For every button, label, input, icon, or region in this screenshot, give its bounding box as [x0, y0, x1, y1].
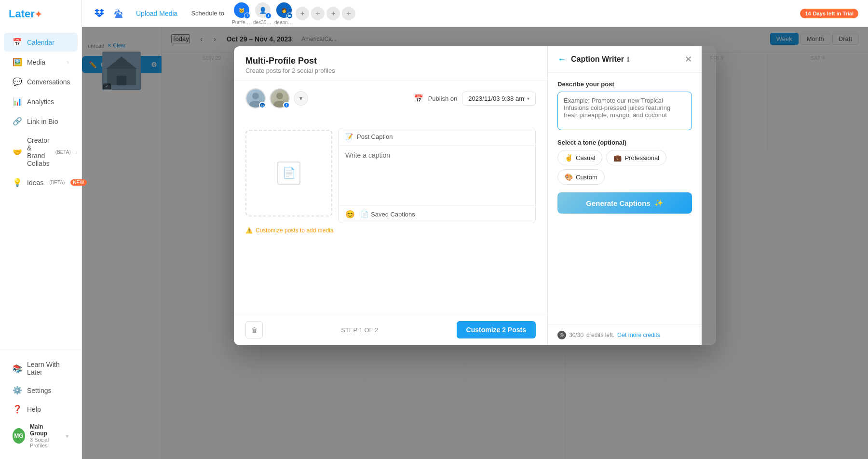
avatar-des35040[interactable]: 👤 f des35040... — [253, 1, 272, 25]
header-right: 14 Days left in Trial — [800, 9, 858, 18]
ideas-icon: 💡 — [13, 178, 22, 187]
warning-text: Customize posts to add media — [256, 227, 333, 234]
profile-sub: 3 Social Profiles — [30, 437, 61, 448]
modal-profile-1[interactable]: in — [245, 88, 266, 108]
sidebar-logo: Later✦ — [0, 0, 81, 28]
customize-posts-button[interactable]: Customize 2 Posts — [457, 321, 536, 338]
schedule-to-label: Schedule to — [191, 10, 224, 17]
caption-writer-header: ← Caption Writer ℹ ✕ — [548, 46, 702, 73]
main-content: ✏️ Create Post ⚙ unread ✕ Clear — [82, 27, 868, 459]
generate-captions-button[interactable]: Generate Captions ✨ — [557, 192, 692, 214]
link-icon: 🔗 — [13, 117, 22, 126]
tone-custom-button[interactable]: 🎨 Custom — [557, 169, 605, 185]
gdrive-icon[interactable] — [111, 6, 126, 21]
sidebar-item-label: Creator & Brand Collabs — [27, 136, 50, 167]
add-profile-button-3[interactable]: + — [326, 7, 340, 20]
settings-icon: ⚙️ — [13, 386, 22, 395]
add-profile-button-2[interactable]: + — [311, 7, 325, 20]
facebook-badge: f — [283, 102, 290, 108]
saved-captions-button[interactable]: 📄 Saved Captions — [361, 211, 415, 218]
calendar-small-icon: 📅 — [414, 94, 423, 103]
emoji-icon[interactable]: 😊 — [345, 210, 355, 219]
avatar-purrfect-label: Purrfect... — [232, 20, 251, 25]
add-profile-button-1[interactable]: + — [296, 7, 309, 20]
sidebar-item-learn[interactable]: 📚 Learn With Later — [4, 356, 78, 381]
sidebar-item-label: Link in Bio — [27, 118, 58, 125]
sidebar-profile[interactable]: MG Main Group 3 Social Profiles ▾ — [4, 418, 78, 453]
fb-badge: f — [244, 13, 250, 19]
caption-writer-body: Describe your post Select a tone (option… — [548, 73, 702, 324]
sidebar-item-analytics[interactable]: 📊 Analytics — [4, 92, 78, 111]
trial-label: Days left in Trial — [813, 11, 854, 16]
sidebar-item-label: Ideas — [27, 179, 43, 187]
tone-casual-button[interactable]: ✌️ Casual — [557, 150, 602, 165]
svg-point-4 — [252, 93, 259, 99]
generate-label: Generate Captions — [586, 199, 650, 207]
avatar-des35040-circle: 👤 f — [254, 1, 271, 19]
media-drop-content: 📄 — [277, 162, 300, 185]
profile-dropdown-button[interactable]: ▾ — [294, 91, 308, 106]
avatar-purrfect[interactable]: 🐱 f Purrfect... — [232, 1, 251, 25]
sidebar-item-ideas[interactable]: 💡 Ideas (BETA) NEW — [4, 173, 78, 192]
caption-writer-title: Caption Writer ℹ — [571, 55, 680, 64]
calendar-icon: 📅 — [13, 38, 22, 47]
media-icon: 🖼️ — [13, 57, 22, 67]
sidebar-item-media[interactable]: 🖼️ Media › — [4, 53, 78, 71]
step-label: STEP 1 OF 2 — [341, 326, 378, 334]
add-profile-button-4[interactable]: + — [342, 7, 355, 20]
tone-buttons: ✌️ Casual 💼 Professional 🎨 Custom — [557, 150, 692, 185]
modal-subtitle: Create posts for 2 social profiles — [245, 67, 536, 74]
describe-label: Describe your post — [557, 81, 692, 88]
credits-icon: © — [557, 331, 566, 339]
tone-custom-label: Custom — [576, 174, 597, 181]
modal-wrapper: Multi-Profile Post Create posts for 2 so… — [234, 46, 716, 345]
sidebar-item-calendar[interactable]: 📅 Calendar — [4, 33, 78, 52]
avatar-deanna-circle: 👩 in — [275, 1, 293, 19]
sidebar-item-settings[interactable]: ⚙️ Settings — [4, 381, 78, 400]
new-badge: NEW — [70, 179, 86, 186]
sidebar-item-label: Media — [27, 58, 45, 66]
saved-captions-label: Saved Captions — [371, 211, 415, 218]
tone-professional-button[interactable]: 💼 Professional — [606, 150, 666, 165]
customize-warning[interactable]: ⚠️ Customize posts to add media — [245, 227, 536, 234]
describe-input[interactable] — [557, 92, 692, 130]
caption-header-icon: 📝 — [345, 133, 353, 140]
avatar-deanna[interactable]: 👩 in deanna-... — [274, 1, 294, 25]
fb-badge2: f — [265, 13, 271, 19]
sidebar-item-label: Learn With Later — [27, 361, 69, 376]
caption-input[interactable] — [339, 146, 535, 203]
caption-writer-title-text: Caption Writer — [571, 55, 624, 64]
analytics-icon: 📊 — [13, 97, 22, 106]
sidebar-item-conversations[interactable]: 💬 Conversations — [4, 72, 78, 91]
trial-badge[interactable]: 14 Days left in Trial — [800, 9, 858, 18]
modal-profile-2[interactable]: f — [270, 88, 290, 108]
get-more-credits-link[interactable]: Get more credits — [617, 332, 660, 338]
profile-chevron: ▾ — [66, 432, 69, 440]
profile-info: Main Group 3 Social Profiles — [30, 423, 61, 448]
upload-media-button[interactable]: Upload Media — [136, 10, 177, 17]
dropbox-icon[interactable] — [92, 6, 107, 21]
datetime-chevron: ▾ — [527, 96, 529, 101]
modal-footer: 🗑 STEP 1 OF 2 Customize 2 Posts — [234, 314, 547, 345]
delete-post-button[interactable]: 🗑 — [245, 321, 263, 338]
professional-icon: 💼 — [613, 154, 622, 162]
media-drop-zone[interactable]: 📄 — [245, 130, 332, 216]
caption-writer-close-button[interactable]: ✕ — [685, 54, 692, 65]
caption-writer-back-button[interactable]: ← — [557, 54, 566, 65]
sidebar-item-creator-brand[interactable]: 🤝 Creator & Brand Collabs (BETA) › — [4, 132, 78, 172]
sidebar-item-label: Help — [27, 405, 41, 413]
sidebar-item-help[interactable]: ❓ Help — [4, 400, 78, 418]
publish-datetime-value: 2023/11/03 9:38 am — [468, 95, 524, 102]
learn-icon: 📚 — [13, 364, 22, 373]
generate-sparkle-icon: ✨ — [654, 199, 664, 207]
conversations-icon: 💬 — [13, 77, 22, 86]
sidebar: Later✦ 📅 Calendar 🖼️ Media › 💬 Conversat… — [0, 0, 82, 459]
caption-header-label: Post Caption — [357, 133, 393, 140]
publish-datetime-picker[interactable]: 2023/11/03 9:38 am ▾ — [462, 92, 536, 106]
caption-section: 📝 Post Caption 😊 📄 Saved Captions — [338, 128, 536, 223]
sidebar-item-link-in-bio[interactable]: 🔗 Link in Bio — [4, 112, 78, 131]
modal-content-row: 📄 📝 Post Caption — [245, 124, 536, 223]
sidebar-item-label: Analytics — [27, 98, 54, 106]
info-icon[interactable]: ℹ — [627, 56, 629, 63]
sidebar-item-label: Calendar — [27, 39, 54, 46]
